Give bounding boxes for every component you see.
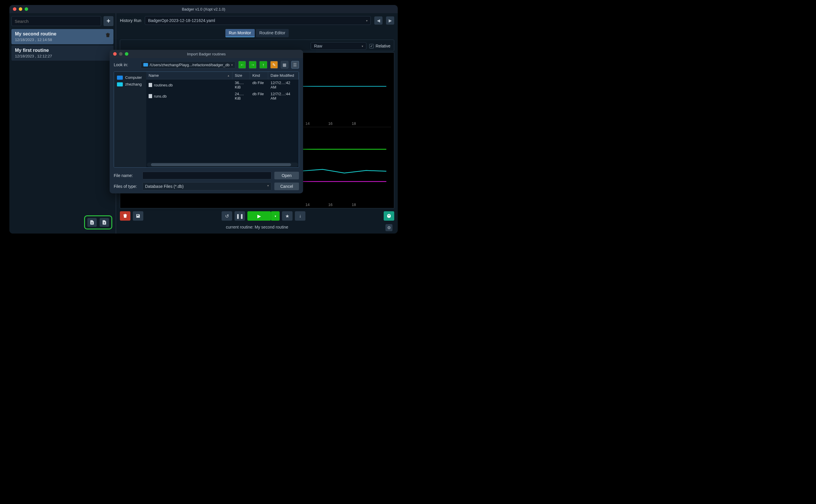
file-list: Name ▲ Size Kind Date Modified routines.… xyxy=(146,72,299,167)
save-run-button[interactable] xyxy=(133,211,143,221)
search-input[interactable] xyxy=(11,16,101,26)
file-icon xyxy=(149,83,152,87)
routine-date: 12/18/2023 , 12:12:27 xyxy=(15,54,110,58)
routine-title: My second routine xyxy=(15,31,110,37)
zoom-window-button[interactable] xyxy=(25,7,28,11)
history-next-button[interactable]: ▶ xyxy=(386,16,394,25)
chevron-down-icon: ▾ xyxy=(275,214,276,218)
sort-asc-icon: ▲ xyxy=(227,74,230,77)
column-date[interactable]: Date Modified xyxy=(268,72,299,79)
close-window-button[interactable] xyxy=(13,7,16,11)
chevron-left-icon: ◀ xyxy=(377,18,380,23)
filename-label: File name: xyxy=(114,173,140,178)
plus-icon: + xyxy=(107,17,111,25)
plot-mode-select[interactable]: Raw ▾ xyxy=(311,42,366,50)
undo-button[interactable]: ↺ xyxy=(222,211,232,221)
nav-forward-button[interactable]: → xyxy=(249,61,256,69)
routine-sidebar: + My second routine 12/18/2023 , 12:14:5… xyxy=(9,13,116,234)
x-tick: 14 xyxy=(305,202,310,207)
place-computer[interactable]: Computer xyxy=(116,74,145,81)
view-grid-button[interactable]: ▦ xyxy=(281,61,288,69)
minimize-window-button[interactable] xyxy=(19,7,22,11)
grid-icon: ▦ xyxy=(283,62,286,67)
routine-item[interactable]: My first routine 12/18/2023 , 12:12:27 xyxy=(11,45,113,61)
x-tick: 14 xyxy=(305,121,310,126)
dialog-titlebar: Import Badger routines xyxy=(110,50,303,58)
run-action-bar: ↺ ❚❚ ▶ ▾ ★ ↓ xyxy=(120,208,394,222)
chevron-down-icon: ▾ xyxy=(362,45,363,48)
undo-icon: ↺ xyxy=(225,213,229,219)
chevron-down-icon: ▾ xyxy=(267,184,269,189)
file-list-header: Name ▲ Size Kind Date Modified xyxy=(146,72,299,79)
column-size[interactable]: Size xyxy=(232,72,250,79)
routine-date: 12/18/2023 , 12:14:58 xyxy=(15,38,110,42)
import-routines-button[interactable] xyxy=(100,218,109,227)
tab-run-monitor[interactable]: Run Monitor xyxy=(225,29,255,37)
x-tick: 16 xyxy=(328,121,332,126)
checkbox-icon: ✓ xyxy=(369,44,374,48)
routine-item[interactable]: My second routine 12/18/2023 , 12:14:58 xyxy=(11,29,113,44)
cancel-button[interactable]: Cancel xyxy=(274,183,299,190)
export-routines-button[interactable] xyxy=(87,218,97,227)
box-button[interactable] xyxy=(384,211,394,221)
file-row[interactable]: runs.db 24.…KiB db File 12/7/2…:44 AM xyxy=(146,91,299,102)
filename-input[interactable] xyxy=(142,172,271,179)
tab-routine-editor[interactable]: Routine Editor xyxy=(256,29,289,37)
pause-button[interactable]: ❚❚ xyxy=(234,211,245,221)
history-run-label: History Run xyxy=(120,18,141,23)
x-tick: 18 xyxy=(352,202,356,207)
places-sidebar: Computer zhezhang xyxy=(114,72,146,167)
chevron-down-icon: ▾ xyxy=(366,19,368,22)
play-icon: ▶ xyxy=(257,213,261,219)
view-list-button[interactable]: ☰ xyxy=(291,61,299,69)
home-icon xyxy=(117,82,123,86)
delete-routine-icon[interactable] xyxy=(105,33,111,38)
pause-icon: ❚❚ xyxy=(236,213,244,219)
scrollbar-thumb[interactable] xyxy=(151,163,291,166)
routine-title: My first routine xyxy=(15,48,110,53)
file-icon xyxy=(149,94,152,98)
import-export-group xyxy=(84,215,112,229)
arrow-up-icon: ↑ xyxy=(262,62,264,67)
settings-button[interactable]: ⚙ xyxy=(385,224,392,231)
column-name[interactable]: Name ▲ xyxy=(146,72,232,79)
plot-controls: Raw ▾ ✓ Relative xyxy=(120,40,394,51)
arrow-right-icon: → xyxy=(251,62,255,67)
nav-up-button[interactable]: ↑ xyxy=(259,61,267,69)
status-bar: current routine: My second routine ⚙ xyxy=(120,222,394,231)
gear-icon: ⚙ xyxy=(387,225,391,230)
dialog-title: Import Badger routines xyxy=(110,52,303,56)
delete-run-button[interactable] xyxy=(120,211,130,221)
window-title: Badger v1.0 (Xopt v2.1.0) xyxy=(9,7,398,11)
jump-bottom-button[interactable]: ↓ xyxy=(295,211,305,221)
x-tick: 16 xyxy=(328,202,332,207)
place-home[interactable]: zhezhang xyxy=(116,81,145,88)
relative-checkbox[interactable]: ✓ Relative xyxy=(369,44,390,48)
nav-back-button[interactable]: ← xyxy=(238,61,246,69)
run-button[interactable]: ▶ xyxy=(247,211,271,221)
lookin-label: Look in: xyxy=(114,62,138,67)
filetype-select[interactable]: Database Files (*.db) ▾ xyxy=(142,182,271,190)
star-icon: ★ xyxy=(285,213,289,219)
new-folder-button[interactable]: ✎ xyxy=(270,61,278,69)
horizontal-scrollbar[interactable] xyxy=(147,163,298,167)
titlebar: Badger v1.0 (Xopt v2.1.0) xyxy=(9,5,398,13)
file-row[interactable]: routines.db 36.…KiB db File 12/7/2…:42 A… xyxy=(146,79,299,91)
chevron-right-icon: ▶ xyxy=(389,18,392,23)
history-run-select[interactable]: BadgerOpt-2023-12-18-121624.yaml ▾ xyxy=(145,16,371,25)
status-text: current routine: My second routine xyxy=(226,225,288,229)
monitor-icon xyxy=(117,76,123,80)
open-button[interactable]: Open xyxy=(274,172,299,179)
favorite-button[interactable]: ★ xyxy=(282,211,293,221)
history-prev-button[interactable]: ◀ xyxy=(374,16,383,25)
arrow-left-icon: ← xyxy=(240,62,244,67)
add-routine-button[interactable]: + xyxy=(103,16,113,26)
column-kind[interactable]: Kind xyxy=(250,72,268,79)
list-icon: ☰ xyxy=(293,62,297,67)
chevron-down-icon: ▾ xyxy=(231,63,233,67)
folder-icon xyxy=(143,63,148,67)
run-dropdown-button[interactable]: ▾ xyxy=(271,211,280,221)
path-select[interactable]: /Users/zhezhang/Playg.../refactored/badg… xyxy=(141,61,235,69)
filetype-label: Files of type: xyxy=(114,184,140,189)
folder-plus-icon: ✎ xyxy=(272,62,276,67)
